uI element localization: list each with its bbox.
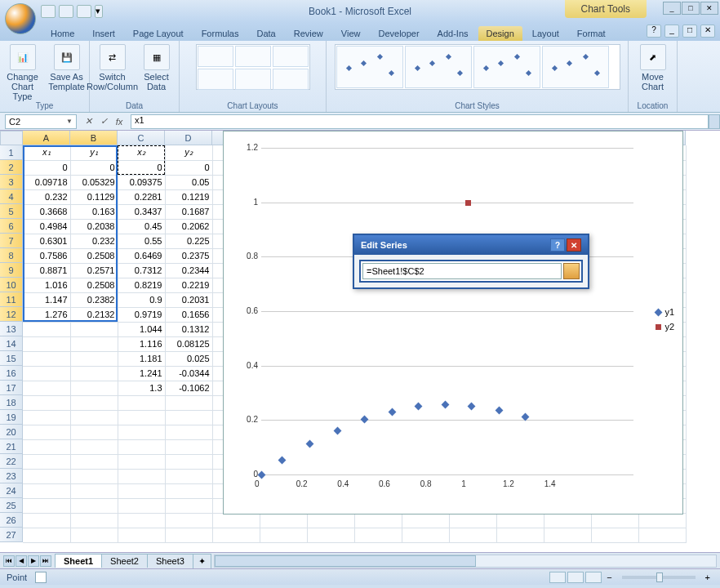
cell[interactable]: 0.4984	[23, 219, 70, 234]
chart-data-point[interactable]	[495, 406, 503, 414]
cell[interactable]	[70, 498, 118, 513]
row-header[interactable]: 4	[0, 189, 23, 204]
cell[interactable]: 0.9719	[118, 307, 165, 322]
chart-layout-item[interactable]	[235, 69, 271, 90]
tab-insert[interactable]: Insert	[84, 26, 123, 41]
cell[interactable]	[165, 425, 212, 439]
cell[interactable]	[165, 395, 212, 410]
cell[interactable]	[165, 410, 212, 425]
cell[interactable]	[544, 528, 591, 542]
cell[interactable]	[70, 366, 118, 381]
cell[interactable]: 0	[23, 160, 70, 175]
cell[interactable]: 0	[70, 160, 118, 175]
cell[interactable]	[165, 528, 212, 542]
tab-format[interactable]: Format	[569, 26, 614, 41]
cell[interactable]: 0.2031	[165, 292, 212, 307]
cell[interactable]	[23, 410, 70, 425]
chart-legend[interactable]: y1 y2	[656, 307, 674, 336]
workbook-restore-button[interactable]: □	[682, 24, 697, 38]
cell[interactable]	[118, 469, 165, 483]
name-box[interactable]: C2 ▼	[5, 114, 77, 129]
cell[interactable]: 0.2281	[118, 189, 165, 204]
cell[interactable]	[23, 351, 70, 366]
cell[interactable]	[638, 528, 686, 542]
macro-record-icon[interactable]	[35, 572, 47, 583]
row-header[interactable]: 21	[0, 439, 23, 454]
cell[interactable]	[118, 498, 165, 513]
row-header[interactable]: 13	[0, 322, 23, 336]
sheet-tab-sheet1[interactable]: Sheet1	[55, 554, 102, 568]
cell[interactable]: 0.163	[70, 204, 118, 219]
tab-home[interactable]: Home	[42, 26, 82, 41]
cell[interactable]: 0.1129	[70, 189, 118, 204]
cell[interactable]	[23, 528, 70, 542]
cell[interactable]: 0.05329	[70, 175, 118, 189]
row-header[interactable]: 25	[0, 498, 23, 513]
dialog-close-button[interactable]: ✕	[567, 238, 581, 252]
row-header[interactable]: 7	[0, 234, 23, 248]
cell[interactable]: 0.2382	[70, 292, 118, 307]
cell[interactable]: 0	[118, 160, 165, 175]
cell[interactable]	[118, 410, 165, 425]
tab-data[interactable]: Data	[248, 26, 283, 41]
cell[interactable]	[165, 439, 212, 454]
zoom-slider-thumb[interactable]	[656, 572, 663, 582]
cell[interactable]: 0.2508	[70, 278, 118, 292]
cell[interactable]: 0.225	[165, 234, 212, 248]
row-header[interactable]: 26	[0, 513, 23, 528]
zoom-out-button[interactable]: −	[603, 572, 615, 582]
row-header[interactable]: 22	[0, 454, 23, 469]
chart-data-point[interactable]	[333, 426, 341, 434]
switch-row-column-button[interactable]: ⇄ Switch Row/Column	[93, 44, 132, 91]
row-header[interactable]: 10	[0, 278, 23, 292]
cell[interactable]	[23, 395, 70, 410]
cell[interactable]: 1.241	[118, 366, 165, 381]
cell[interactable]	[118, 395, 165, 410]
cell[interactable]: 0.2508	[70, 248, 118, 263]
cell[interactable]	[496, 513, 544, 528]
row-header[interactable]: 3	[0, 175, 23, 189]
cell[interactable]: 1.181	[118, 351, 165, 366]
formula-bar-expand-button[interactable]	[709, 114, 720, 129]
column-header[interactable]: C	[118, 131, 165, 145]
cell[interactable]: 0.3437	[118, 204, 165, 219]
tab-nav-last-button[interactable]: ⏭	[40, 555, 51, 567]
cell[interactable]: 0.1656	[165, 307, 212, 322]
cell[interactable]: 0.8219	[118, 278, 165, 292]
cell[interactable]	[118, 454, 165, 469]
cell[interactable]: 0.9	[118, 292, 165, 307]
row-header[interactable]: 18	[0, 395, 23, 410]
row-header[interactable]: 14	[0, 336, 23, 351]
cell[interactable]	[118, 425, 165, 439]
cell[interactable]	[118, 483, 165, 498]
move-chart-button[interactable]: ⬈ Move Chart	[633, 44, 673, 91]
tab-formulas[interactable]: Formulas	[193, 26, 247, 41]
minimize-button[interactable]: _	[663, 2, 681, 15]
cell[interactable]: y₁	[70, 145, 118, 160]
cell[interactable]: 0.6469	[118, 248, 165, 263]
enter-formula-icon[interactable]: ✓	[97, 115, 110, 128]
cell[interactable]	[591, 528, 638, 542]
fx-icon[interactable]: fx	[113, 115, 126, 128]
cell[interactable]: 1.147	[23, 292, 70, 307]
chart-data-point[interactable]	[468, 403, 476, 411]
cell[interactable]: 0.025	[165, 351, 212, 366]
cell[interactable]	[449, 513, 496, 528]
page-layout-view-button[interactable]	[567, 572, 584, 583]
select-data-button[interactable]: ▦ Select Data	[137, 44, 176, 91]
cell[interactable]: 0.8871	[23, 263, 70, 278]
cell[interactable]	[23, 513, 70, 528]
cell[interactable]: 0.09375	[118, 175, 165, 189]
cell[interactable]: 0.1687	[165, 204, 212, 219]
row-header[interactable]: 19	[0, 410, 23, 425]
chart-style-item[interactable]	[473, 46, 540, 88]
cell[interactable]: 1.276	[23, 307, 70, 322]
horizontal-scroll-thumb[interactable]	[215, 555, 476, 567]
cell[interactable]: 0.7586	[23, 248, 70, 263]
cell[interactable]: 0.7312	[118, 263, 165, 278]
chart-data-point[interactable]	[465, 200, 471, 206]
tab-layout[interactable]: Layout	[524, 26, 567, 41]
chart-layout-item[interactable]	[273, 69, 309, 90]
chart-data-point[interactable]	[305, 440, 313, 448]
cell[interactable]	[23, 322, 70, 336]
